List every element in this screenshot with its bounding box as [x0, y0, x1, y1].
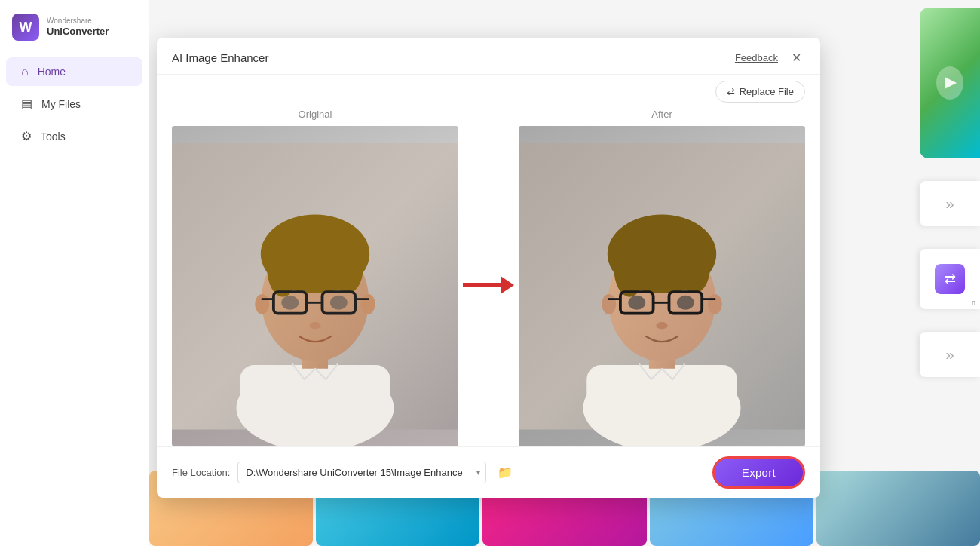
image-comparison-area: Original [157, 109, 820, 446]
svg-point-37 [656, 322, 667, 330]
feedback-link[interactable]: Feedback [735, 52, 778, 63]
strip-item-5 [816, 471, 980, 546]
modal-header: AI Image Enhancer Feedback ✕ [157, 38, 820, 75]
svg-point-11 [361, 294, 375, 314]
replace-file-button[interactable]: ⇄ Replace File [715, 81, 805, 103]
arrow-head [501, 276, 514, 294]
modal-close-button[interactable]: ✕ [787, 48, 805, 66]
modal-header-right: Feedback ✕ [735, 48, 805, 66]
after-label: After [519, 109, 805, 120]
logo-product: UniConverter [47, 26, 109, 38]
logo-icon: W [12, 14, 39, 41]
arrow-line [463, 283, 501, 287]
sidebar-item-my-files-label: My Files [41, 98, 81, 110]
svg-point-35 [628, 296, 645, 310]
files-icon: ▤ [21, 97, 32, 111]
promo-banner-mid[interactable]: » [920, 181, 980, 226]
home-icon: ⌂ [21, 65, 29, 78]
svg-point-9 [332, 244, 363, 294]
promo-banner-lower[interactable]: ⇄ n [920, 249, 980, 309]
svg-point-28 [602, 294, 616, 314]
comparison-arrow [458, 109, 519, 446]
svg-point-17 [281, 296, 299, 310]
svg-rect-4 [240, 365, 390, 430]
promo-banner-bottom2[interactable]: » [920, 332, 980, 377]
original-image-panel: Original [172, 109, 458, 446]
export-button[interactable]: Export [712, 456, 805, 489]
promo-icon: ⇄ [935, 264, 965, 294]
file-location-select[interactable]: D:\Wondershare UniConverter 15\Image Enh… [237, 462, 486, 483]
sidebar-item-my-files[interactable]: ▤ My Files [6, 89, 142, 118]
modal-footer: File Location: D:\Wondershare UniConvert… [157, 446, 820, 498]
logo-area: W Wondershare UniConverter [0, 8, 149, 56]
replace-file-label: Replace File [740, 86, 794, 97]
sidebar: W Wondershare UniConverter ⌂ Home ▤ My F… [0, 0, 149, 546]
tools-icon: ⚙ [21, 129, 32, 143]
svg-point-19 [309, 322, 320, 330]
svg-point-29 [708, 294, 722, 314]
modal-title: AI Image Enhancer [172, 51, 268, 64]
svg-point-27 [678, 244, 710, 294]
folder-browse-button[interactable]: 📁 [494, 462, 516, 484]
promo-banner-top[interactable] [920, 8, 980, 158]
svg-point-10 [255, 294, 269, 314]
red-arrow [463, 276, 514, 294]
promo-label: n [972, 299, 975, 306]
after-image-frame [519, 126, 805, 446]
svg-point-18 [330, 296, 348, 310]
promo-banner-icon [931, 60, 969, 106]
svg-rect-22 [586, 365, 737, 430]
main-content: » ⇄ n » AI Image Enhancer Feedback [149, 0, 980, 546]
svg-point-26 [614, 240, 645, 297]
sidebar-item-home-label: Home [38, 66, 66, 78]
chevron-right-icon-2: » [945, 346, 954, 363]
after-image [519, 126, 805, 446]
sidebar-item-tools[interactable]: ⚙ Tools [6, 121, 142, 151]
svg-point-8 [267, 240, 299, 297]
original-person-svg [172, 126, 458, 446]
file-location-group: File Location: D:\Wondershare UniConvert… [172, 462, 516, 484]
svg-point-36 [677, 296, 694, 310]
chevron-right-icon: » [945, 195, 954, 213]
sidebar-item-home[interactable]: ⌂ Home [6, 57, 142, 86]
file-location-label: File Location: [172, 467, 230, 478]
logo-brand: Wondershare [47, 17, 109, 26]
after-person-svg [519, 126, 805, 446]
app-container: W Wondershare UniConverter ⌂ Home ▤ My F… [0, 0, 980, 546]
replace-file-bar: ⇄ Replace File [157, 75, 820, 109]
after-image-panel: After [519, 109, 805, 446]
original-label: Original [172, 109, 458, 120]
ai-image-enhancer-modal: AI Image Enhancer Feedback ✕ ⇄ Replace F… [157, 38, 820, 498]
original-image-frame [172, 126, 458, 446]
original-image [172, 126, 458, 446]
folder-icon: 📁 [498, 465, 513, 480]
replace-icon: ⇄ [727, 86, 735, 97]
sidebar-item-tools-label: Tools [41, 130, 66, 143]
file-location-select-wrapper: D:\Wondershare UniConverter 15\Image Enh… [237, 462, 486, 483]
